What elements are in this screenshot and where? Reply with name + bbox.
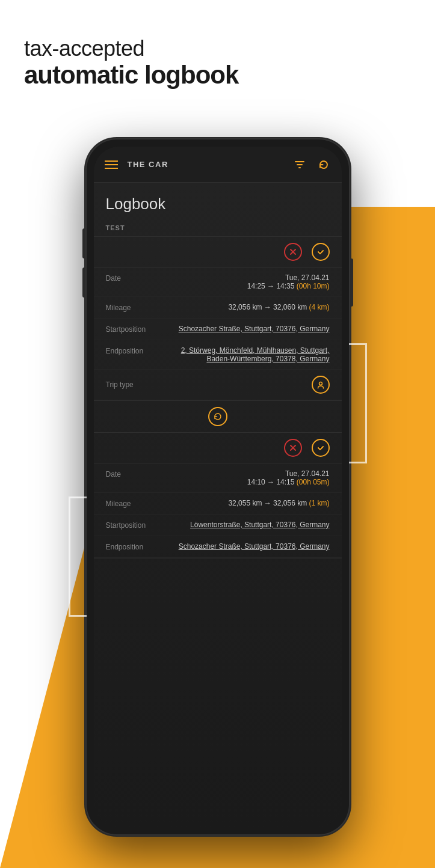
trip2-end-value[interactable]: Schozacher Straße, Stuttgart, 70376, Ger… [160, 542, 330, 551]
filter-icon[interactable] [292, 157, 307, 172]
trip2-cancel-button[interactable] [284, 439, 302, 457]
trip2-end-row: Endposition Schozacher Straße, Stuttgart… [94, 536, 342, 558]
trip1-end-value[interactable]: 2, Störweg, Mönchfeld, Mühlhausen, Stutt… [160, 346, 330, 363]
trip-card-1: Date Tue, 27.04.2114:25 → 14:35 (00h 10m… [94, 237, 342, 401]
trip1-date-label: Date [106, 274, 160, 283]
trip1-date-value: Tue, 27.04.2114:25 → 14:35 (00h 10m) [160, 274, 330, 290]
phone-screen: THE CAR [94, 147, 342, 827]
volume-down-button [82, 267, 85, 298]
volume-up-button [82, 228, 85, 258]
phone-frame: THE CAR [85, 138, 350, 836]
trip1-confirm-button[interactable] [312, 243, 330, 261]
svg-point-0 [319, 382, 322, 385]
trip1-actions [94, 237, 342, 267]
divider-refresh-icon[interactable] [208, 407, 227, 426]
trip1-start-label: Startposition [106, 325, 160, 334]
trip-divider [94, 401, 342, 433]
hero-text: tax-accepted automatic logbook [24, 36, 238, 89]
trip1-end-label: Endposition [106, 346, 160, 355]
hero-subtitle: tax-accepted [24, 36, 238, 61]
trip2-mileage-value: 32,055 km → 32,056 km (1 km) [160, 499, 330, 507]
top-icons [292, 157, 331, 172]
trip2-confirm-button[interactable] [312, 439, 330, 457]
trip2-mileage-row: Mileage 32,055 km → 32,056 km (1 km) [94, 493, 342, 515]
trip2-start-row: Startposition Löwentorstraße, Stuttgart,… [94, 515, 342, 536]
trip2-end-label: Endposition [106, 542, 160, 551]
trip1-type-icon[interactable] [312, 376, 330, 394]
bracket-right [349, 343, 367, 463]
trip1-type-label: Trip type [106, 381, 312, 389]
trip1-date-row: Date Tue, 27.04.2114:25 → 14:35 (00h 10m… [94, 267, 342, 297]
trip1-end-row: Endposition 2, Störweg, Mönchfeld, Mühlh… [94, 340, 342, 370]
trip2-actions [94, 433, 342, 463]
power-button [350, 258, 353, 307]
top-bar: THE CAR [94, 147, 342, 183]
trip1-type-row: Trip type [94, 370, 342, 400]
car-name: THE CAR [128, 160, 285, 169]
trip2-date-row: Date Tue, 27.04.2114:10 → 14:15 (00h 05m… [94, 463, 342, 493]
menu-icon[interactable] [105, 160, 118, 169]
trip1-start-value[interactable]: Schozacher Straße, Stuttgart, 70376, Ger… [160, 325, 330, 333]
trip2-start-value[interactable]: Löwentorstraße, Stuttgart, 70376, German… [160, 521, 330, 529]
logbook-title: Logbook [94, 183, 342, 219]
trip1-start-row: Startposition Schozacher Straße, Stuttga… [94, 319, 342, 340]
section-header-test: TEST [94, 219, 342, 237]
trip1-mileage-value: 32,056 km → 32,060 km (4 km) [160, 303, 330, 311]
trip1-mileage-label: Mileage [106, 303, 160, 312]
trip-card-2: Date Tue, 27.04.2114:10 → 14:15 (00h 05m… [94, 433, 342, 558]
phone-wrapper: THE CAR [85, 138, 350, 836]
trip1-cancel-button[interactable] [284, 243, 302, 261]
screen-content: Logbook TEST [94, 183, 342, 827]
trip2-mileage-label: Mileage [106, 499, 160, 508]
trip1-mileage-row: Mileage 32,056 km → 32,060 km (4 km) [94, 297, 342, 319]
trip2-date-value: Tue, 27.04.2114:10 → 14:15 (00h 05m) [160, 469, 330, 486]
bracket-left [69, 497, 87, 617]
trip2-date-label: Date [106, 469, 160, 478]
hero-title: automatic logbook [24, 61, 238, 89]
refresh-icon[interactable] [316, 157, 331, 172]
trip2-start-label: Startposition [106, 521, 160, 530]
